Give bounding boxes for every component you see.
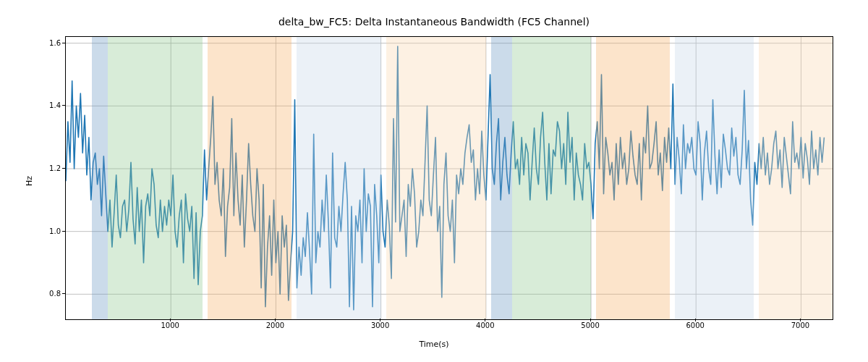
x-tick-label: 5000 xyxy=(581,321,599,329)
x-tick-mark xyxy=(275,319,276,321)
y-axis-label: Hz xyxy=(25,176,34,186)
y-tick-label: 1.2 xyxy=(32,164,61,172)
y-tick-label: 0.8 xyxy=(32,290,61,298)
x-tick-label: 1000 xyxy=(161,321,179,329)
background-span xyxy=(675,37,754,319)
x-tick-mark xyxy=(170,319,171,321)
background-span xyxy=(386,37,486,319)
background-span xyxy=(759,37,833,319)
y-tick-mark xyxy=(62,105,65,106)
y-tick-mark xyxy=(62,168,65,169)
x-tick-label: 6000 xyxy=(686,321,704,329)
y-tick-mark xyxy=(62,43,65,43)
background-span xyxy=(297,37,380,319)
y-tick-mark xyxy=(62,231,65,232)
background-span xyxy=(92,37,108,319)
x-tick-label: 3000 xyxy=(371,321,389,329)
x-tick-label: 7000 xyxy=(791,321,809,329)
background-span xyxy=(491,37,512,319)
x-tick-mark xyxy=(380,319,380,321)
x-tick-label: 2000 xyxy=(266,321,284,329)
x-tick-mark xyxy=(695,319,696,321)
x-axis-label: Time(s) xyxy=(0,340,868,349)
y-tick-mark xyxy=(62,293,65,294)
background-span xyxy=(108,37,203,319)
background-span xyxy=(512,37,591,319)
y-tick-label: 1.4 xyxy=(32,101,61,109)
x-tick-mark xyxy=(485,319,485,321)
background-span xyxy=(208,37,292,319)
figure: delta_bw_FC5: Delta Instantaneous Bandwi… xyxy=(0,0,868,362)
chart-title: delta_bw_FC5: Delta Instantaneous Bandwi… xyxy=(0,16,868,28)
x-tick-label: 4000 xyxy=(476,321,494,329)
y-tick-label: 1.0 xyxy=(32,227,61,235)
background-span xyxy=(596,37,670,319)
y-tick-label: 1.6 xyxy=(32,38,61,46)
x-tick-mark xyxy=(590,319,591,321)
plot-area xyxy=(65,36,833,320)
x-tick-mark xyxy=(800,319,801,321)
